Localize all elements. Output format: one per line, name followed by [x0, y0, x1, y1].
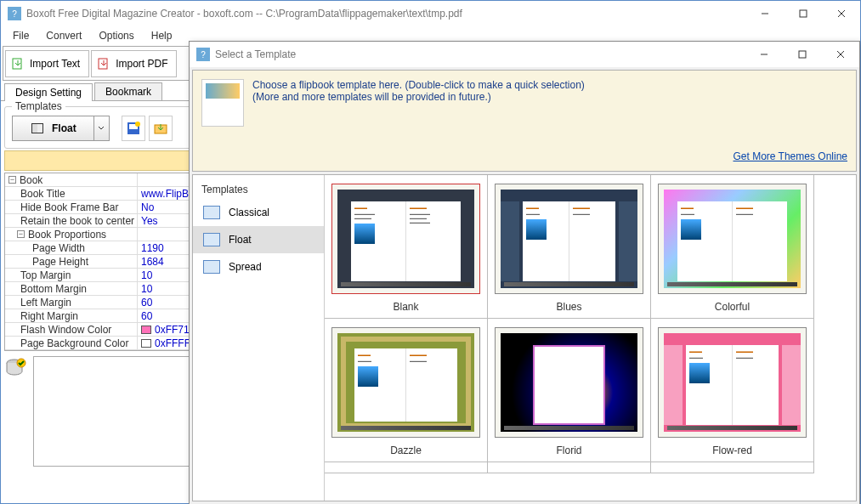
template-row-spacer	[487, 462, 651, 473]
prop-right-margin-key: Right Margin	[5, 310, 137, 322]
template-selector: Float	[12, 116, 110, 141]
prop-flash-window-color-key: Flash Window Color	[5, 324, 137, 336]
dialog-titlebar: ? Select a Template	[190, 42, 859, 67]
thumbnail-flow-red: ▬▬▬▬▬▬▬▬▬▬▬▬▬▬▬▬	[658, 327, 807, 438]
thumbnail-label: Blank	[393, 301, 418, 313]
template-select-button[interactable]: Float	[12, 116, 94, 141]
dialog-title: Select a Template	[215, 48, 296, 60]
close-button[interactable]	[822, 1, 860, 26]
import-text-icon	[11, 57, 25, 71]
expander-icon[interactable]: −	[17, 230, 25, 238]
template-actions	[122, 116, 173, 141]
svg-rect-1	[800, 10, 807, 17]
prop-hide-frame-key: Hide Book Frame Bar	[5, 201, 137, 213]
banner-thumbnail	[201, 79, 244, 127]
thumbnail-blues: ▬▬▬▬▬▬▬▬▬▬▬▬▬▬▬▬	[495, 184, 643, 294]
svg-rect-7	[32, 124, 37, 133]
thumbnail-label: Colorful	[715, 301, 750, 313]
svg-rect-16	[799, 51, 806, 58]
prop-retain-key: Retain the book to center	[5, 215, 137, 227]
chevron-down-icon	[98, 125, 105, 132]
group-book: Book	[20, 174, 42, 186]
thumbnail-label: Florid	[556, 445, 581, 456]
import-pdf-button[interactable]: Import PDF	[91, 50, 177, 77]
template-category-sidebar: Templates Classical Float Spread	[193, 175, 325, 501]
template-colorful[interactable]: ▬▬▬▬▬▬▬▬▬▬▬▬▬▬▬▬ Colorful	[650, 175, 814, 319]
get-more-themes-link[interactable]: Get More Themes Online	[733, 150, 847, 162]
thumbnail-colorful: ▬▬▬▬▬▬▬▬▬▬▬▬▬▬▬▬	[658, 184, 807, 294]
category-icon	[203, 260, 220, 274]
templates-legend: Templates	[12, 100, 65, 112]
import-template-button[interactable]	[149, 116, 173, 141]
template-thumbnail-grid: ▬▬▬▬▬▬▬▬▬▬▬▬▬▬▬▬▬▬▬▬▬▬▬▬▬▬▬▬▬▬▬▬▬▬▬ Blan…	[325, 175, 856, 501]
prop-book-title-key: Book Title	[5, 188, 137, 200]
main-window: ? Boxoft Free Digital Magazine Creator -…	[0, 0, 861, 504]
prop-page-bg-color-key: Page Background Color	[5, 337, 137, 349]
import-pdf-icon	[97, 57, 110, 71]
template-flow-red[interactable]: ▬▬▬▬▬▬▬▬▬▬▬▬▬▬▬▬ Flow-red	[650, 318, 814, 462]
color-swatch	[141, 326, 151, 334]
import-text-button[interactable]: Import Text	[5, 50, 89, 77]
import-text-label: Import Text	[30, 58, 80, 70]
prop-top-margin-key: Top Margin	[5, 269, 137, 281]
category-icon	[203, 233, 220, 246]
template-select-dropdown[interactable]	[94, 116, 110, 141]
dialog-icon: ?	[196, 48, 210, 61]
app-icon: ?	[8, 7, 21, 20]
category-icon	[203, 206, 220, 219]
menu-help[interactable]: Help	[143, 28, 181, 43]
import-pdf-label: Import PDF	[116, 58, 167, 70]
color-swatch	[141, 339, 151, 348]
dialog-maximize-button[interactable]	[783, 42, 821, 67]
template-row-spacer	[325, 462, 488, 473]
template-row-spacer	[650, 462, 814, 473]
tab-bookmark[interactable]: Bookmark	[94, 82, 162, 100]
database-icon	[4, 356, 28, 380]
category-spread[interactable]: Spread	[193, 253, 324, 280]
maximize-button[interactable]	[784, 1, 822, 26]
group-proportions: Book Proportions	[28, 229, 106, 241]
main-titlebar: ? Boxoft Free Digital Magazine Creator -…	[1, 1, 860, 26]
prop-bottom-margin-key: Bottom Margin	[5, 283, 137, 295]
category-classical[interactable]: Classical	[193, 199, 324, 226]
template-florid[interactable]: Florid	[487, 318, 651, 462]
minimize-button[interactable]	[745, 1, 784, 26]
folder-import-icon	[153, 121, 168, 136]
expander-icon[interactable]: −	[8, 176, 16, 184]
template-dazzle[interactable]: ▬▬▬▬▬▬▬▬▬▬▬▬▬▬▬▬ Dazzle	[325, 318, 488, 462]
window-title: Boxoft Free Digital Magazine Creator - b…	[26, 8, 462, 20]
thumbnail-dazzle: ▬▬▬▬▬▬▬▬▬▬▬▬▬▬▬▬	[331, 327, 480, 438]
menu-options[interactable]: Options	[90, 28, 142, 43]
template-blues[interactable]: ▬▬▬▬▬▬▬▬▬▬▬▬▬▬▬▬ Blues	[487, 175, 651, 319]
book-icon	[30, 121, 45, 136]
menu-convert[interactable]: Convert	[37, 28, 90, 43]
select-template-dialog: ? Select a Template Choose a flipbook te…	[189, 41, 860, 504]
thumbnail-label: Blues	[556, 301, 581, 313]
save-template-button[interactable]	[122, 116, 145, 141]
dialog-close-button[interactable]	[821, 42, 859, 67]
category-float[interactable]: Float	[193, 226, 324, 253]
dialog-minimize-button[interactable]	[745, 42, 783, 67]
window-controls	[745, 1, 860, 26]
save-icon	[126, 121, 141, 136]
sidebar-header: Templates	[193, 180, 324, 199]
svg-point-11	[135, 122, 140, 127]
svg-rect-8	[37, 124, 42, 133]
prop-left-margin-key: Left Margin	[5, 297, 137, 309]
template-select-label: Float	[52, 122, 76, 134]
menu-file[interactable]: File	[4, 28, 37, 43]
thumbnail-label: Flow-red	[712, 445, 752, 456]
thumbnail-label: Dazzle	[390, 445, 422, 456]
tab-design-setting[interactable]: Design Setting	[4, 83, 93, 101]
prop-page-height-key: Page Height	[5, 256, 137, 268]
thumbnail-florid	[495, 327, 643, 438]
dialog-banner: Choose a flipbook template here. (Double…	[192, 70, 857, 172]
prop-page-width-key: Page Width	[5, 242, 137, 254]
thumbnail-blank: ▬▬▬▬▬▬▬▬▬▬▬▬▬▬▬▬▬▬▬▬▬▬▬▬▬▬▬▬▬▬▬▬▬▬▬	[331, 184, 480, 294]
template-blank[interactable]: ▬▬▬▬▬▬▬▬▬▬▬▬▬▬▬▬▬▬▬▬▬▬▬▬▬▬▬▬▬▬▬▬▬▬▬ Blan…	[325, 175, 488, 319]
banner-text: Choose a flipbook template here. (Double…	[252, 79, 724, 162]
